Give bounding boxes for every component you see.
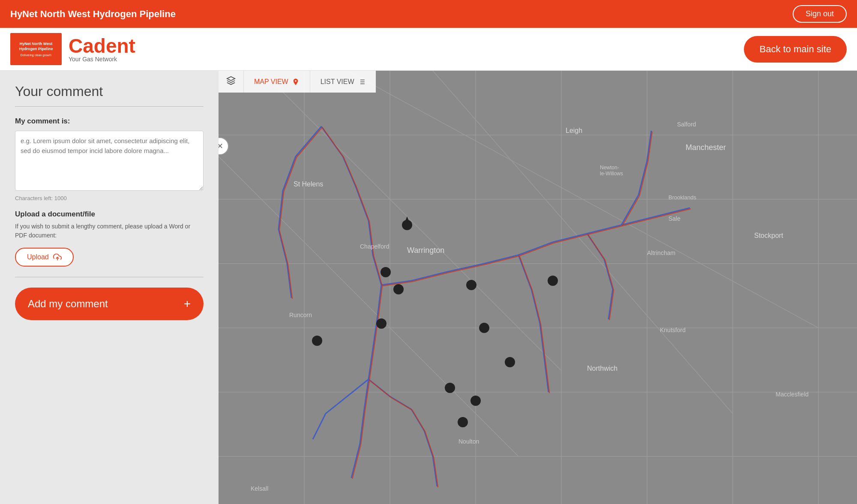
add-comment-button[interactable]: Add my comment + bbox=[15, 288, 204, 320]
panel-title: Your comment bbox=[15, 84, 204, 99]
svg-point-31 bbox=[312, 336, 322, 346]
add-comment-label: Add my comment bbox=[28, 298, 108, 310]
map-area: ✕ MAP VIEW LIST VIEW bbox=[219, 71, 857, 504]
logo-box: HyNet North WestHydrogen Pipeline Delive… bbox=[10, 33, 62, 65]
svg-point-35 bbox=[445, 383, 455, 393]
logo-area: HyNet North WestHydrogen Pipeline Delive… bbox=[10, 33, 135, 65]
place-manchester: Manchester bbox=[686, 143, 726, 152]
svg-point-29 bbox=[393, 284, 404, 294]
svg-point-34 bbox=[505, 357, 515, 367]
cadent-logo: Cadent Your Gas Network bbox=[69, 36, 135, 63]
app-title: HyNet North West Hydrogen Pipeline bbox=[10, 9, 176, 20]
place-chapelford: Chapelford bbox=[360, 243, 390, 250]
svg-point-30 bbox=[376, 318, 387, 329]
map-view-label: MAP VIEW bbox=[254, 78, 288, 86]
svg-point-37 bbox=[458, 417, 468, 427]
upload-icon bbox=[53, 253, 62, 261]
place-macclesfield: Macclesfield bbox=[776, 391, 809, 398]
place-brooklands: Brooklands bbox=[668, 194, 697, 201]
logo-box-subtitle: Delivering clean growth bbox=[21, 54, 52, 57]
map-layer-button[interactable] bbox=[219, 71, 243, 93]
svg-point-32 bbox=[466, 280, 476, 290]
place-runcorn: Runcorn bbox=[289, 312, 312, 318]
place-stockport: Stockport bbox=[754, 232, 783, 239]
top-bar: HyNet North West Hydrogen Pipeline Sign … bbox=[0, 0, 857, 28]
cadent-name: Cadent bbox=[69, 36, 135, 56]
place-salford: Salford bbox=[677, 121, 696, 128]
cadent-tagline: Your Gas Network bbox=[69, 56, 135, 63]
logo-box-title: HyNet North WestHydrogen Pipeline bbox=[19, 42, 53, 51]
svg-rect-8 bbox=[219, 71, 857, 504]
map-svg: Leigh Manchester Salford St Helens Warri… bbox=[219, 71, 857, 504]
place-noulton: Noulton bbox=[458, 438, 479, 445]
place-sale: Sale bbox=[668, 215, 680, 222]
comment-label: My comment is: bbox=[15, 117, 204, 126]
main-content: Your comment My comment is: Characters l… bbox=[0, 71, 857, 504]
upload-label: Upload bbox=[27, 253, 49, 261]
map-view-button[interactable]: MAP VIEW bbox=[243, 71, 310, 93]
upload-button[interactable]: Upload bbox=[15, 248, 74, 267]
svg-point-28 bbox=[381, 267, 391, 277]
comment-textarea[interactable] bbox=[15, 131, 204, 191]
upload-title: Upload a document/file bbox=[15, 210, 204, 219]
svg-point-33 bbox=[479, 323, 489, 333]
place-warrington: Warrington bbox=[407, 246, 444, 255]
nav-bar: HyNet North WestHydrogen Pipeline Delive… bbox=[0, 28, 857, 71]
place-knutsford: Knutsford bbox=[660, 327, 686, 333]
place-kelsall: Kelsall bbox=[251, 485, 268, 492]
back-to-main-button[interactable]: Back to main site bbox=[744, 36, 847, 63]
place-northwich: Northwich bbox=[587, 365, 617, 372]
upload-divider bbox=[15, 277, 204, 277]
map-pin-icon bbox=[292, 78, 300, 86]
chars-left: Characters left: 1000 bbox=[15, 195, 204, 201]
panel-divider bbox=[15, 106, 204, 107]
upload-desc: If you wish to submit a lengthy comment,… bbox=[15, 222, 204, 240]
sign-out-button[interactable]: Sign out bbox=[793, 5, 847, 23]
place-leigh: Leigh bbox=[566, 127, 582, 134]
add-comment-plus-icon: + bbox=[184, 297, 191, 311]
place-altrincham: Altrincham bbox=[647, 249, 675, 256]
list-view-label: LIST VIEW bbox=[321, 78, 354, 86]
svg-point-36 bbox=[470, 396, 481, 406]
list-icon bbox=[358, 78, 366, 86]
left-panel: Your comment My comment is: Characters l… bbox=[0, 71, 219, 504]
svg-point-38 bbox=[548, 276, 558, 286]
place-sthelens: St Helens bbox=[294, 180, 323, 188]
map-toolbar: MAP VIEW LIST VIEW bbox=[219, 71, 857, 93]
svg-marker-1 bbox=[227, 77, 235, 81]
layers-icon bbox=[226, 76, 236, 85]
list-view-button[interactable]: LIST VIEW bbox=[310, 71, 376, 93]
